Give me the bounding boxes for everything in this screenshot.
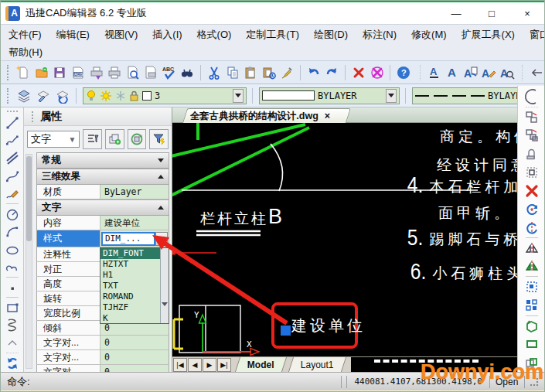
collapse-icon[interactable]: [158, 206, 164, 210]
quick-select-button[interactable]: [83, 129, 102, 149]
collapse-icon[interactable]: [158, 159, 164, 162]
arc-tool-button[interactable]: [523, 87, 541, 106]
section-text[interactable]: 文字: [36, 199, 169, 216]
multiline-tool-button[interactable]: [3, 149, 22, 167]
preview-button[interactable]: [124, 64, 141, 80]
delete-button[interactable]: [351, 64, 367, 80]
refresh-tool-button[interactable]: [3, 354, 22, 372]
tab-nav-prev-button[interactable]: ◀: [188, 358, 202, 372]
dropdown-scrollbar[interactable]: [160, 248, 169, 323]
spell-check-button[interactable]: ABC: [162, 64, 178, 80]
toggle-value-button[interactable]: [128, 129, 147, 149]
row-text-align-2[interactable]: 文字对...0: [36, 350, 169, 365]
unit-label[interactable]: 建设单位: [291, 315, 366, 336]
tab-nav-first-button[interactable]: |◀: [173, 358, 187, 372]
copy-button[interactable]: [224, 64, 240, 80]
row-content[interactable]: 内容建设单位: [36, 216, 169, 230]
properties-scrollbar[interactable]: [26, 154, 32, 369]
scroll-up-button[interactable]: [3, 334, 22, 352]
rectangle-tool-button[interactable]: [3, 298, 22, 316]
text-edit-button[interactable]: A: [463, 64, 479, 80]
page-setup-button[interactable]: [143, 64, 159, 80]
circle-tool-button[interactable]: [3, 205, 22, 223]
style-combo[interactable]: DIM_...: [100, 230, 169, 247]
polyline-tool-button[interactable]: [3, 131, 22, 149]
layer-combo-arrow[interactable]: [233, 89, 244, 103]
menu-dimension[interactable]: 标注(N): [363, 28, 397, 42]
command-prompt[interactable]: 命令:: [7, 375, 30, 389]
tab-layout1[interactable]: Layout1: [288, 357, 346, 372]
help-button[interactable]: ?: [396, 64, 412, 80]
menu-modify[interactable]: 修改(M): [411, 28, 447, 42]
scroll-down-icon[interactable]: [162, 302, 168, 306]
layer-previous-button[interactable]: [54, 87, 70, 104]
menu-file[interactable]: 文件(F): [9, 28, 42, 42]
style-combo-value[interactable]: DIM_...: [101, 232, 155, 246]
new-file-button[interactable]: [15, 64, 32, 80]
linetype-combo[interactable]: BYLAYER: [412, 87, 528, 104]
drawing-canvas[interactable]: Y X 商定。构件 经设计同意 4.本石栏杆加 面甲斩。 5.踢脚石与桥 6.小…: [172, 123, 517, 356]
sketch-tool-button[interactable]: [3, 185, 22, 203]
rectangle-tool-button[interactable]: [523, 336, 541, 354]
find-button[interactable]: [179, 64, 196, 80]
offset-button[interactable]: [523, 145, 541, 163]
print-preview-button[interactable]: [88, 64, 104, 80]
dropdown-option[interactable]: TJHZF: [100, 302, 160, 313]
row-text-align-1[interactable]: 文字对...0: [36, 336, 169, 350]
filter-button[interactable]: [149, 129, 169, 149]
open-file-button[interactable]: [34, 64, 50, 80]
style-combo-dropdown-button[interactable]: [155, 232, 168, 246]
menu-view[interactable]: 视图(V): [104, 28, 138, 42]
explode-button[interactable]: [523, 317, 541, 336]
layer-match-button[interactable]: [35, 87, 51, 104]
erase-button[interactable]: [523, 182, 541, 200]
maximize-button[interactable]: □: [484, 8, 499, 19]
select-window-button[interactable]: [523, 163, 541, 182]
mirror-3d-button[interactable]: [523, 257, 541, 276]
dropdown-option[interactable]: HZTXT: [100, 259, 160, 270]
pan-left-button[interactable]: [528, 64, 544, 80]
arc-tool-button[interactable]: [3, 223, 22, 240]
scale-button[interactable]: [523, 278, 541, 296]
menu-help[interactable]: 帮助(H): [9, 46, 43, 60]
redo-button[interactable]: [324, 64, 340, 80]
menu-express-tools[interactable]: 扩展工具(X): [462, 28, 515, 42]
add-to-selection-button[interactable]: [105, 129, 124, 149]
dropdown-option[interactable]: TXT: [100, 281, 160, 291]
collapse-icon[interactable]: [158, 175, 164, 179]
text-button[interactable]: A: [445, 64, 461, 80]
dropdown-option[interactable]: K: [100, 313, 160, 324]
document-tab[interactable]: 全套古典拱桥的结构设计.dwg ×: [182, 108, 351, 123]
delete-duplicates-button[interactable]: [369, 64, 385, 80]
object-type-select[interactable]: 文字▼: [27, 131, 80, 148]
line-tool-button[interactable]: [3, 114, 22, 131]
row-style-selected[interactable]: 样式 DIM_...: [36, 230, 169, 247]
dropdown-option[interactable]: H1: [100, 270, 160, 281]
text-style-button[interactable]: A: [481, 64, 497, 80]
menu-custom-tools[interactable]: 定制工具(T): [246, 28, 299, 42]
spline-tool-button[interactable]: [3, 167, 22, 185]
text-underline-button[interactable]: A: [426, 64, 442, 80]
menu-window[interactable]: 窗口(W): [530, 28, 545, 42]
row-material[interactable]: 材质ByLayer: [36, 185, 169, 199]
menu-edit[interactable]: 编辑(E): [56, 28, 90, 42]
array-button[interactable]: [523, 296, 541, 315]
format-painter-button[interactable]: [279, 64, 295, 80]
paste-button[interactable]: [243, 64, 259, 80]
rotate-axis-button[interactable]: [523, 218, 541, 237]
menu-insert[interactable]: 插入(I): [152, 28, 182, 42]
mirror-button[interactable]: [523, 239, 541, 257]
copy-nested-button[interactable]: [523, 126, 541, 145]
paste-special-button[interactable]: [261, 64, 277, 80]
ellipse-tool-button[interactable]: [3, 240, 22, 258]
cut-button[interactable]: [206, 64, 223, 80]
copy-object-button[interactable]: [523, 108, 541, 127]
revision-cloud-tool-button[interactable]: [3, 258, 22, 276]
minimize-button[interactable]: —: [448, 8, 464, 19]
row-text-align-3[interactable]: 文字对0: [36, 365, 169, 372]
close-button[interactable]: ×: [519, 8, 535, 19]
point-tool-button[interactable]: [3, 278, 22, 296]
section-general[interactable]: 常规: [36, 152, 169, 169]
scrollbar-thumb[interactable]: [26, 156, 32, 241]
tab-nav-next-button[interactable]: ▶: [203, 358, 216, 372]
